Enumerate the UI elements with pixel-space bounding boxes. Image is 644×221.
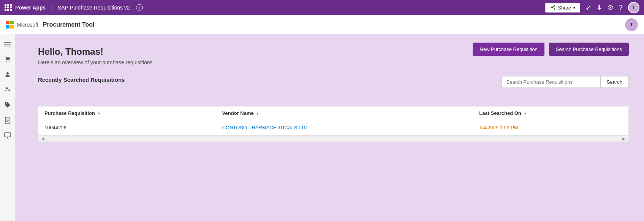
share-label: Share bbox=[558, 5, 571, 11]
people-icon bbox=[4, 71, 11, 78]
app-header: Microsoft Procurement Tool T bbox=[0, 15, 644, 34]
microsoft-label: Microsoft bbox=[17, 22, 38, 28]
table-body: 10044226 CONTOSO PHARMACEUTICALS LTD 1/4… bbox=[38, 120, 628, 135]
microsoft-logo: Microsoft bbox=[6, 21, 38, 29]
page-greeting: Hello, Thomas! bbox=[38, 46, 153, 57]
top-bar-left: Power Apps | SAP Purchase Requisitions v… bbox=[5, 4, 545, 11]
section-header-row: Recently Searched Requisitions Search bbox=[38, 76, 629, 88]
sidebar-item-person[interactable] bbox=[1, 83, 14, 97]
main-layout: Hello, Thomas! Here's an overview of you… bbox=[0, 34, 644, 221]
screen-icon[interactable]: ⤢ bbox=[585, 3, 591, 12]
menu-icon bbox=[4, 41, 11, 48]
grid-menu-icon[interactable] bbox=[5, 4, 12, 11]
sidebar-item-people[interactable] bbox=[1, 68, 14, 81]
table-header: Purchase Requisition ▾ Vendor Name ▾ Las… bbox=[38, 107, 628, 120]
requisitions-table: Purchase Requisition ▾ Vendor Name ▾ Las… bbox=[38, 107, 628, 135]
sidebar-item-document[interactable] bbox=[1, 113, 14, 127]
svg-point-7 bbox=[8, 89, 10, 91]
download-icon[interactable]: ⬇ bbox=[597, 3, 602, 12]
greeting-block: Hello, Thomas! Here's an overview of you… bbox=[38, 46, 153, 75]
scroll-bar: ◀ ▶ bbox=[38, 135, 628, 142]
user-avatar-top[interactable]: T bbox=[628, 2, 639, 13]
monitor-icon bbox=[4, 132, 11, 139]
svg-rect-1 bbox=[4, 44, 11, 45]
app-header-title: Procurement Tool bbox=[43, 21, 95, 28]
search-purchase-requisitions-button[interactable]: Search Purchase Requisitions bbox=[549, 43, 629, 56]
separator: | bbox=[51, 5, 52, 11]
help-icon[interactable]: ? bbox=[619, 4, 623, 12]
svg-rect-0 bbox=[4, 42, 11, 43]
ms-squares-icon bbox=[6, 21, 14, 29]
search-button[interactable]: Search bbox=[600, 76, 629, 88]
user-avatar-header[interactable]: T bbox=[625, 18, 638, 31]
sidebar-item-menu[interactable] bbox=[1, 37, 14, 51]
cell-last-searched-on: 1/4/2025 1:59 PM bbox=[473, 120, 628, 135]
cart-icon bbox=[4, 56, 11, 63]
table-header-row: Purchase Requisition ▾ Vendor Name ▾ Las… bbox=[38, 107, 628, 120]
table-row[interactable]: 10044226 CONTOSO PHARMACEUTICALS LTD 1/4… bbox=[38, 120, 628, 135]
scroll-right-icon[interactable]: ▶ bbox=[622, 137, 625, 141]
top-bar-right: Share ▾ ⤢ ⬇ ⚙ ? T bbox=[545, 2, 639, 13]
svg-point-6 bbox=[6, 87, 8, 89]
sort-icon-vendor: ▾ bbox=[256, 111, 258, 116]
section-title: Recently Searched Requisitions bbox=[38, 76, 125, 83]
svg-rect-2 bbox=[4, 46, 11, 46]
cell-vendor-name: CONTOSO PHARMACEUTICALS LTD bbox=[216, 120, 473, 135]
svg-rect-13 bbox=[5, 133, 11, 137]
person-icon bbox=[4, 86, 11, 93]
scroll-left-icon[interactable]: ◀ bbox=[41, 137, 44, 141]
sidebar-item-cart[interactable] bbox=[1, 52, 14, 66]
app-header-right: T bbox=[625, 18, 638, 31]
col-vendor-name[interactable]: Vendor Name ▾ bbox=[216, 107, 473, 120]
header-group: Hello, Thomas! Here's an overview of you… bbox=[38, 46, 629, 75]
table-container: Purchase Requisition ▾ Vendor Name ▾ Las… bbox=[38, 106, 629, 142]
search-input[interactable] bbox=[502, 76, 600, 88]
page-subtitle: Here's an overview of your purchase requ… bbox=[38, 59, 153, 65]
document-icon bbox=[4, 117, 11, 124]
svg-point-3 bbox=[6, 61, 7, 62]
sidebar-item-tag[interactable] bbox=[1, 98, 14, 112]
app-name-label: Power Apps bbox=[15, 5, 46, 11]
svg-point-8 bbox=[6, 103, 6, 104]
sort-icon-pr: ▾ bbox=[98, 111, 100, 116]
tag-icon bbox=[4, 102, 11, 108]
top-bar: Power Apps | SAP Purchase Requisitions v… bbox=[0, 0, 644, 15]
share-icon bbox=[550, 5, 555, 10]
new-purchase-requisition-button[interactable]: New Purchase Requisition bbox=[473, 43, 544, 56]
share-button[interactable]: Share ▾ bbox=[545, 3, 580, 13]
sidebar bbox=[0, 34, 15, 221]
svg-point-4 bbox=[8, 61, 9, 62]
col-last-searched-on[interactable]: Last Searched On ▾ bbox=[473, 107, 628, 120]
top-actions: New Purchase Requisition Search Purchase… bbox=[473, 43, 629, 56]
col-purchase-requisition[interactable]: Purchase Requisition ▾ bbox=[38, 107, 216, 120]
content-area: Hello, Thomas! Here's an overview of you… bbox=[15, 34, 644, 221]
sidebar-item-monitor[interactable] bbox=[1, 129, 14, 142]
search-bar: Search bbox=[502, 76, 629, 88]
settings-icon[interactable]: ⚙ bbox=[608, 3, 614, 12]
cell-purchase-requisition: 10044226 bbox=[38, 120, 216, 135]
info-icon[interactable]: i bbox=[136, 4, 143, 11]
share-chevron-icon: ▾ bbox=[573, 6, 575, 10]
page-title-top: SAP Purchase Requisitions v2 bbox=[58, 5, 130, 11]
sort-icon-date: ▾ bbox=[524, 111, 526, 116]
svg-point-5 bbox=[6, 72, 9, 75]
